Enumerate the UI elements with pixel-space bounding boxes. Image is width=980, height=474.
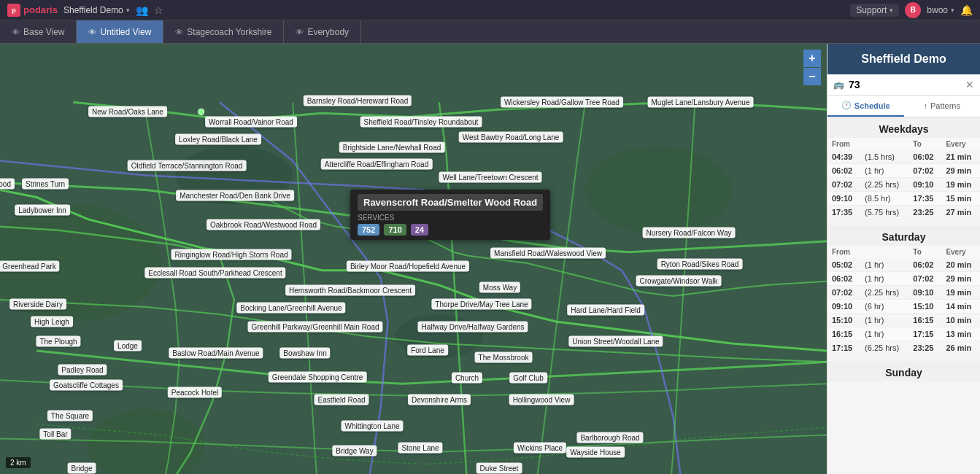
svg-point-12	[383, 161, 389, 167]
svg-point-51	[597, 450, 603, 456]
tab-base[interactable]: 👁Base View	[0, 20, 77, 43]
svg-point-16	[190, 163, 196, 168]
svg-point-21	[694, 230, 700, 236]
support-dropdown-icon: ▾	[890, 7, 893, 14]
duration: (1 hr)	[860, 327, 908, 341]
tab-patterns[interactable]: ↑ Patterns	[904, 96, 981, 117]
svg-point-50	[541, 446, 547, 451]
sat-to-header: To	[908, 246, 941, 258]
panel-schedule-content: Weekdays From To Every 04:39 (1.5 hrs) 0…	[827, 117, 980, 474]
user-name-text: bwoo	[927, 5, 948, 15]
table-row: 06:02 (1 hr) 07:02 29 min	[827, 164, 980, 178]
panel-tabs: 🕐 Schedule ↑ Patterns	[827, 96, 980, 117]
svg-point-11	[390, 144, 396, 150]
to-time: 15:10	[908, 300, 941, 314]
from-time: 17:15	[827, 341, 860, 355]
eye-icon: 👁	[88, 28, 96, 36]
eye-icon: 👁	[175, 28, 183, 36]
tab-everybody[interactable]: 👁Everybody	[284, 20, 361, 43]
to-time: 23:25	[908, 206, 941, 219]
svg-point-45	[543, 397, 549, 403]
star-icon[interactable]: ☆	[154, 4, 163, 16]
support-button[interactable]: Support ▾	[850, 4, 899, 17]
svg-point-25	[218, 271, 224, 276]
logo-icon: p	[7, 4, 20, 17]
svg-point-17	[235, 193, 241, 199]
tab-schedule[interactable]: 🕐 Schedule	[827, 96, 904, 117]
svg-point-31	[482, 302, 488, 308]
saturday-table: From To Every 05:02 (1 hr) 06:02 20 min …	[827, 246, 980, 355]
to-time: 23:25	[908, 341, 941, 355]
svg-point-52	[500, 467, 506, 473]
every-interval: 21 min	[941, 150, 980, 164]
svg-point-46	[611, 435, 617, 441]
to-time: 07:02	[908, 164, 941, 178]
every-interval: 19 min	[941, 178, 980, 192]
from-time: 06:02	[827, 164, 860, 178]
tab-stagecoach[interactable]: 👁Stagecoach Yorkshire	[163, 20, 284, 43]
map-zoom-controls: + −	[803, 50, 821, 85]
app-title-dropdown-icon: ▾	[126, 7, 130, 14]
duration: (2.25 hrs)	[860, 178, 908, 192]
table-row: 16:15 (1 hr) 17:15 13 min	[827, 327, 980, 341]
tab-label: Stagecoach Yorkshire	[187, 27, 271, 37]
from-time: 07:02	[827, 286, 860, 300]
weekdays-title: Weekdays	[827, 117, 980, 138]
from-time: 07:02	[827, 178, 860, 192]
user-name[interactable]: bwoo ▾	[927, 5, 954, 15]
table-row: 09:10 (8.5 hr) 17:35 15 min	[827, 192, 980, 206]
users-icon[interactable]: 👥	[136, 4, 148, 16]
svg-point-9	[445, 119, 451, 125]
search-close-icon[interactable]: ✕	[965, 79, 974, 90]
svg-point-47	[372, 424, 378, 430]
table-row: 15:10 (1 hr) 16:15 10 min	[827, 314, 980, 327]
route-search-input[interactable]	[849, 79, 961, 90]
panel-title: Sheffield Demo	[861, 53, 946, 65]
user-dropdown-icon: ▾	[951, 7, 954, 14]
svg-point-57	[412, 228, 421, 237]
svg-point-48	[421, 446, 427, 451]
svg-point-14	[495, 174, 501, 180]
panel-search-bar: 🚌 ✕	[827, 74, 980, 96]
from-time: 16:15	[827, 327, 860, 341]
duration: (6 hr)	[860, 300, 908, 314]
duration: (1 hr)	[860, 314, 908, 327]
zoom-in-button[interactable]: +	[803, 50, 821, 67]
patterns-icon: ↑	[924, 101, 928, 110]
svg-point-40	[468, 376, 474, 381]
app-title-bar[interactable]: Sheffield Demo ▾	[63, 5, 130, 15]
notification-icon[interactable]: 🔔	[960, 4, 973, 16]
svg-point-38	[505, 355, 511, 361]
every-interval: 15 min	[941, 192, 980, 206]
map-scale-bar: 2 km	[6, 457, 31, 468]
to-time: 06:02	[908, 258, 941, 272]
map-area[interactable]: New Road/Oaks LaneWorrall Road/Vainor Ro…	[0, 44, 827, 474]
svg-point-29	[317, 325, 323, 330]
from-time: 09:10	[827, 192, 860, 206]
scale-label: 2 km	[10, 459, 26, 467]
tab-label: Everybody	[307, 27, 349, 37]
table-row: 17:15 (6.25 hrs) 23:25 26 min	[827, 341, 980, 355]
svg-point-20	[548, 251, 554, 257]
tab-untitled[interactable]: 👁Untitled View	[77, 20, 163, 43]
zoom-out-button[interactable]: −	[803, 68, 821, 85]
tab-label: Untitled View	[100, 27, 151, 37]
every-header: Every	[941, 138, 980, 150]
schedule-tab-label: Schedule	[854, 101, 890, 110]
sat-every-header: Every	[941, 246, 980, 258]
every-interval: 19 min	[941, 286, 980, 300]
eye-icon: 👁	[296, 28, 304, 36]
svg-point-32	[607, 308, 613, 314]
app-title-text: Sheffield Demo	[63, 5, 123, 15]
svg-point-22	[705, 262, 711, 268]
sunday-title: Sunday	[827, 361, 980, 381]
svg-point-30	[501, 285, 506, 291]
svg-point-10	[566, 99, 571, 105]
svg-point-26	[409, 264, 414, 270]
svg-point-33	[474, 325, 480, 330]
schedule-icon: 🕐	[841, 101, 852, 110]
support-label: Support	[856, 5, 887, 15]
svg-point-28	[293, 306, 299, 311]
svg-point-44	[440, 397, 446, 403]
svg-point-42	[195, 390, 201, 396]
